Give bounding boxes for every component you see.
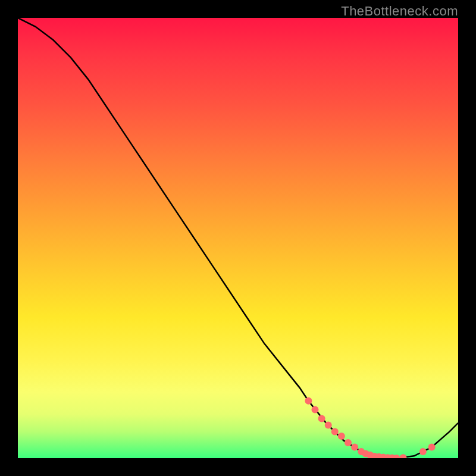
data-point — [318, 415, 325, 422]
data-point — [400, 454, 407, 458]
plot-area — [18, 18, 458, 458]
data-point — [312, 406, 319, 414]
watermark-text: TheBottleneck.com — [341, 4, 458, 19]
bottleneck-curve — [18, 18, 458, 458]
curve-svg — [18, 18, 458, 458]
data-point — [325, 422, 332, 429]
data-point — [428, 444, 436, 451]
data-point — [345, 439, 352, 446]
data-markers — [305, 397, 435, 458]
chart-frame: TheBottleneck.com — [0, 0, 476, 476]
data-point — [351, 444, 358, 451]
data-point — [331, 428, 339, 436]
data-point — [338, 433, 345, 440]
data-point — [305, 397, 312, 405]
data-point — [419, 448, 427, 455]
